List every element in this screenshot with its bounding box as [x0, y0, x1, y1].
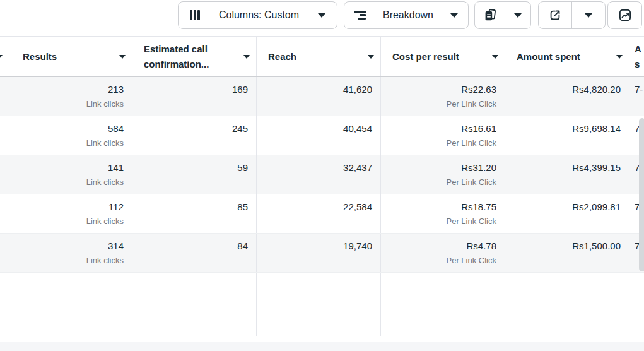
- cell-cost-per-result: Rs4.78 Per Link Click: [380, 234, 505, 272]
- cell-results: 584 Link clicks: [6, 116, 132, 155]
- column-header-results[interactable]: Results: [6, 37, 132, 76]
- column-header-amount-spent[interactable]: Amount spent: [505, 37, 629, 76]
- column-header-label: Amount spent: [517, 49, 580, 64]
- cell-estimated-call-confirmation: 59: [132, 155, 256, 194]
- table-body: 213 Link clicks 169 41,620 Rs22.63 Per L…: [0, 77, 644, 273]
- cell-cost-per-result: Rs31.20 Per Link Click: [380, 155, 505, 194]
- results-type-label: Link clicks: [11, 256, 124, 265]
- column-header-cost-per-result[interactable]: Cost per result: [380, 37, 505, 76]
- cell-amount-spent: Rs9,698.14: [505, 116, 629, 155]
- cell-estimated-call-confirmation: 245: [132, 116, 256, 155]
- results-type-label: Link clicks: [11, 177, 124, 187]
- column-header-label: Cost per result: [392, 49, 459, 64]
- column-header-clipped-right[interactable]: A s: [629, 37, 644, 76]
- reports-icon: [484, 9, 496, 21]
- column-header-estimated-call-confirmation[interactable]: Estimated call confirmation...: [132, 37, 256, 76]
- caret-down-icon: [514, 13, 522, 18]
- sort-caret-icon: [492, 55, 498, 59]
- cell-cost-per-result: Rs16.61 Per Link Click: [380, 116, 505, 155]
- reports-button[interactable]: [474, 1, 531, 29]
- ads-manager-table-view: Columns: Custom Breakdown: [0, 0, 644, 351]
- cell-results: 213 Link clicks: [6, 77, 132, 116]
- columns-icon: [190, 10, 200, 20]
- results-type-label: Link clicks: [11, 138, 124, 148]
- cell-reach: 22,584: [256, 194, 380, 233]
- cell-cost-per-result: Rs22.63 Per Link Click: [380, 77, 505, 116]
- cell-results: 112 Link clicks: [6, 194, 132, 233]
- cell-amount-spent: Rs1,500.00: [505, 234, 629, 272]
- cell-results: 141 Link clicks: [6, 155, 132, 194]
- column-header-label: A s: [635, 42, 644, 72]
- cell-reach: 40,454: [256, 116, 380, 155]
- cell-cost-per-result: Rs18.75 Per Link Click: [380, 194, 505, 233]
- cell-attribution-clipped: 7-: [629, 77, 644, 116]
- sort-caret-icon: [368, 55, 374, 59]
- table-row: 314 Link clicks 84 19,740 Rs4.78 Per Lin…: [0, 234, 644, 273]
- footer-bar: [0, 342, 644, 351]
- caret-down-icon: [318, 13, 325, 18]
- results-type-label: Link clicks: [11, 99, 124, 109]
- caret-down-icon: [585, 13, 592, 18]
- cell-estimated-call-confirmation: 84: [132, 234, 256, 272]
- cell-reach: 19,740: [256, 234, 380, 272]
- cell-reach: 32,437: [256, 155, 380, 194]
- cost-type-label: Per Link Click: [386, 177, 496, 187]
- columns-custom-button[interactable]: Columns: Custom: [178, 1, 337, 29]
- cell-amount-spent: Rs2,099.81: [505, 194, 629, 233]
- breakdown-button[interactable]: Breakdown: [344, 1, 469, 29]
- view-charts-button[interactable]: [607, 1, 642, 29]
- cell-amount-spent: Rs4,399.15: [505, 155, 629, 194]
- table-row: 112 Link clicks 85 22,584 Rs18.75 Per Li…: [0, 194, 644, 234]
- table-row: 584 Link clicks 245 40,454 Rs16.61 Per L…: [0, 116, 644, 155]
- cost-type-label: Per Link Click: [386, 256, 496, 265]
- sort-caret-icon: [119, 55, 126, 59]
- table-row: 213 Link clicks 169 41,620 Rs22.63 Per L…: [0, 77, 644, 116]
- sort-caret-icon: [243, 55, 250, 59]
- cell-estimated-call-confirmation: 85: [132, 194, 256, 233]
- cost-type-label: Per Link Click: [386, 138, 496, 148]
- cell-results: 314 Link clicks: [6, 234, 132, 272]
- empty-table-area: [0, 273, 644, 336]
- columns-button-label: Columns: Custom: [219, 9, 299, 21]
- column-header-reach[interactable]: Reach: [256, 37, 380, 76]
- breakdown-icon: [354, 11, 366, 20]
- cell-estimated-call-confirmation: 169: [132, 77, 256, 116]
- results-type-label: Link clicks: [11, 217, 124, 226]
- table-row: 141 Link clicks 59 32,437 Rs31.20 Per Li…: [0, 155, 644, 194]
- charts-icon: [618, 8, 632, 22]
- cell-reach: 41,620: [256, 77, 380, 116]
- breakdown-button-label: Breakdown: [383, 9, 433, 21]
- export-button-group: [538, 1, 606, 29]
- vertical-scrollbar-thumb[interactable]: [639, 118, 644, 271]
- column-header-label: Results: [23, 49, 57, 64]
- column-header-label: Estimated call confirmation...: [144, 42, 237, 72]
- cell-amount-spent: Rs4,820.20: [505, 77, 629, 116]
- column-header-label: Reach: [268, 49, 296, 64]
- caret-down-icon: [450, 13, 458, 18]
- cost-type-label: Per Link Click: [386, 217, 496, 226]
- toolbar: Columns: Custom Breakdown: [0, 0, 644, 36]
- sort-caret-icon: [0, 55, 3, 59]
- table-header-row: Results Estimated call confirmation... R…: [0, 36, 644, 77]
- sort-caret-icon: [616, 55, 623, 59]
- export-options-button[interactable]: [571, 2, 605, 28]
- export-button[interactable]: [539, 2, 571, 28]
- export-icon: [549, 9, 561, 21]
- cost-type-label: Per Link Click: [386, 99, 496, 109]
